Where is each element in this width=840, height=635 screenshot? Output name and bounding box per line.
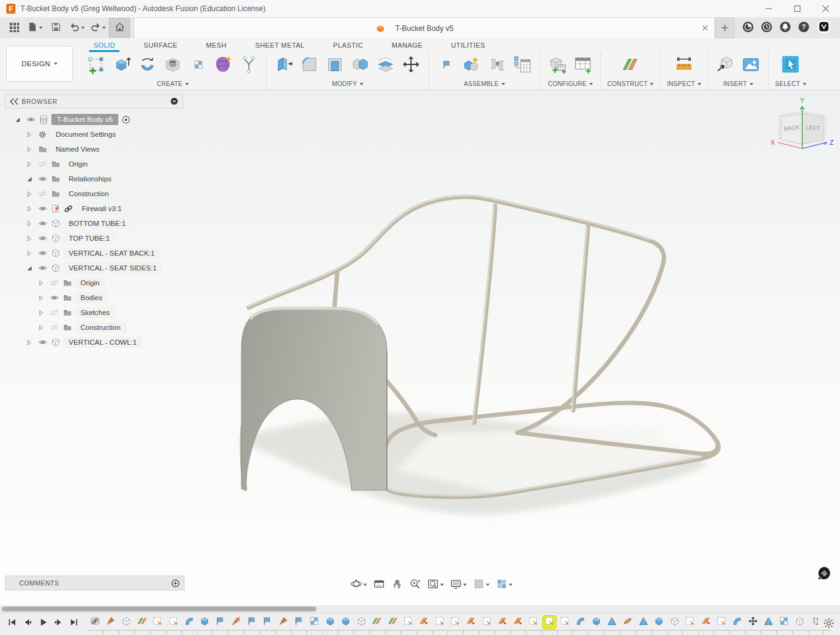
tree-row-label[interactable]: TOP TUBE:1 xyxy=(63,233,115,244)
timeline-feature-plane[interactable] xyxy=(370,616,383,629)
viewport-canvas[interactable]: BACK LEFT X Y Z BROWSER xyxy=(0,90,840,605)
select-dropdown[interactable]: SELECT xyxy=(775,79,807,89)
timeline-feature-sketch[interactable] xyxy=(715,616,728,629)
panel-minus-icon[interactable] xyxy=(170,97,178,105)
timeline-feature-sketch[interactable] xyxy=(433,616,446,629)
tree-row-relationships[interactable]: Relationships xyxy=(5,171,183,186)
visibility-on-icon[interactable] xyxy=(25,114,36,125)
pattern-button[interactable] xyxy=(187,54,209,77)
expander-collapsed-icon[interactable] xyxy=(24,129,35,140)
as-built-joint-button[interactable] xyxy=(486,54,508,77)
timeline-feature-pin[interactable] xyxy=(104,616,117,629)
ribbon-tab-manage[interactable]: MANAGE xyxy=(378,38,437,52)
timeline-feature-joint[interactable] xyxy=(245,616,258,629)
tab-close-icon[interactable] xyxy=(701,24,709,32)
add-comment-icon[interactable] xyxy=(171,579,180,587)
timeline-feature-sketch[interactable] xyxy=(527,616,540,629)
expander-collapsed-icon[interactable] xyxy=(24,248,35,259)
visibility-on-icon[interactable] xyxy=(49,293,59,303)
help-button[interactable]: ? xyxy=(798,21,810,35)
maximize-button[interactable] xyxy=(783,0,812,17)
timeline-feature-solid[interactable] xyxy=(339,616,352,629)
timeline-feature-component[interactable] xyxy=(794,616,807,629)
expander-collapsed-icon[interactable] xyxy=(24,189,35,199)
timeline-feature-sketch[interactable] xyxy=(683,616,696,629)
visibility-off-icon[interactable] xyxy=(49,322,59,333)
orbit-button[interactable] xyxy=(349,577,369,594)
tree-row-vertical-seat-sides-1[interactable]: VERTICAL - SEAT SIDES:1 xyxy=(5,261,183,275)
job-status-button[interactable] xyxy=(761,21,773,35)
document-tab[interactable]: T-Bucket Body v5 xyxy=(134,17,715,38)
timeline-feature-joint[interactable] xyxy=(261,616,274,629)
timeline-feature-sketch[interactable] xyxy=(558,616,571,629)
expander-collapsed-icon[interactable] xyxy=(24,144,35,155)
visibility-off-icon[interactable] xyxy=(37,159,48,170)
timeline-feature-plane-sketch[interactable] xyxy=(699,616,712,629)
tree-row-label[interactable]: Construction xyxy=(63,188,115,199)
viewcube[interactable]: BACK LEFT X Y Z xyxy=(771,97,834,149)
tree-row-sketches[interactable]: Sketches xyxy=(5,305,183,320)
timeline-feature-pattern[interactable] xyxy=(777,616,790,629)
ribbon-tab-utilities[interactable]: UTILITIES xyxy=(437,38,500,52)
tree-row-firewall-v3-1[interactable]: Firewall v3:1 xyxy=(5,201,183,216)
timeline-feature-sweep[interactable] xyxy=(730,616,743,629)
expander-collapsed-icon[interactable] xyxy=(24,218,35,229)
create-sketch-button[interactable] xyxy=(85,54,108,77)
extrude-button[interactable] xyxy=(111,54,133,77)
move-copy-button[interactable] xyxy=(400,54,422,77)
file-button[interactable] xyxy=(25,19,45,37)
tree-row-named-views[interactable]: Named Views xyxy=(5,142,183,157)
timeline-feature-sweep[interactable] xyxy=(574,616,587,629)
step-forward-button[interactable] xyxy=(51,616,65,630)
timeline-feature-rib[interactable] xyxy=(809,616,822,629)
expander-expanded-icon[interactable] xyxy=(24,263,35,274)
timeline-feature-joint[interactable] xyxy=(292,616,305,629)
visibility-on-icon[interactable] xyxy=(37,248,48,259)
timeline-feature-sketch[interactable] xyxy=(167,616,180,629)
visibility-on-icon[interactable] xyxy=(37,337,48,348)
tree-row-label[interactable]: VERTICAL - SEAT BACK:1 xyxy=(63,248,160,259)
display-settings-button[interactable] xyxy=(448,577,469,594)
ribbon-tab-mesh[interactable]: MESH xyxy=(192,38,241,52)
timeline-feature-rev[interactable] xyxy=(621,616,634,629)
tree-row-label[interactable]: Document Settings xyxy=(50,129,121,140)
ribbon-tab-surface[interactable]: SURFACE xyxy=(129,38,192,52)
timeline-feature-sketch[interactable] xyxy=(449,616,462,629)
timeline-feature-sketch[interactable] xyxy=(480,616,493,629)
timeline-feature-component[interactable] xyxy=(355,616,368,629)
create-dropdown[interactable]: CREATE xyxy=(157,79,189,89)
fit-button[interactable] xyxy=(425,577,446,594)
step-back-button[interactable] xyxy=(20,616,34,630)
skip-end-button[interactable] xyxy=(67,616,80,630)
timeline-feature-pin-off[interactable] xyxy=(230,616,243,629)
timeline-feature-plane-sketch[interactable] xyxy=(464,616,477,629)
tree-row-label[interactable]: Sketches xyxy=(75,307,115,318)
timeline-feature-joint[interactable] xyxy=(214,616,227,629)
expander-collapsed-icon[interactable] xyxy=(36,308,46,318)
timeline-feature-solid[interactable] xyxy=(198,616,211,629)
tree-row-label[interactable]: T-Bucket Body v5 xyxy=(51,114,118,125)
assemble-dropdown[interactable]: ASSEMBLE xyxy=(464,79,504,89)
tree-row-bottom-tube-1[interactable]: BOTTOM TUBE:1 xyxy=(5,216,183,231)
construct-dropdown[interactable]: CONSTRUCT xyxy=(607,79,654,89)
tree-row-label[interactable]: BOTTOM TUBE:1 xyxy=(63,218,131,229)
timeline-feature-plane[interactable] xyxy=(136,616,149,629)
tree-row-label[interactable]: VERTICAL - SEAT SIDES:1 xyxy=(63,262,162,274)
expander-collapsed-icon[interactable] xyxy=(24,159,35,170)
ribbon-tab-sheet-metal[interactable]: SHEET METAL xyxy=(241,38,319,52)
new-tab-button[interactable] xyxy=(715,17,735,38)
tree-row-construction[interactable]: Construction xyxy=(5,320,183,335)
expander-collapsed-icon[interactable] xyxy=(24,204,35,214)
timeline-feature-loft[interactable] xyxy=(605,616,618,629)
inspect-dropdown[interactable]: INSPECT xyxy=(667,79,701,89)
visibility-off-icon[interactable] xyxy=(49,278,59,288)
layout-grid-button[interactable] xyxy=(471,577,491,594)
tree-row-label[interactable]: Named Views xyxy=(50,144,105,155)
pan-button[interactable] xyxy=(389,577,405,594)
timeline-feature-plane-sketch[interactable] xyxy=(417,616,430,629)
play-button[interactable] xyxy=(36,616,50,630)
timeline-feature-link[interactable] xyxy=(89,616,102,629)
fillet-button[interactable] xyxy=(298,54,321,77)
timeline-feature-loft[interactable] xyxy=(637,616,650,629)
timeline-feature-plane-sketch[interactable] xyxy=(496,616,509,629)
